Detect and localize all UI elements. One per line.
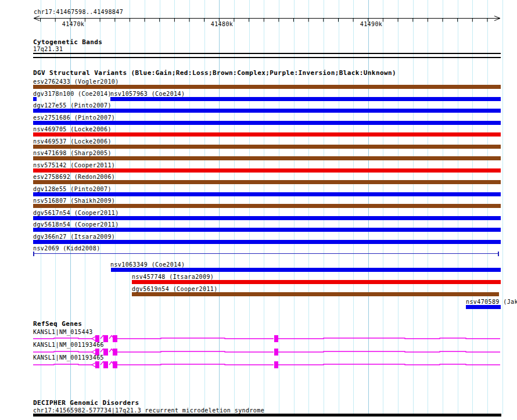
- variant-label[interactable]: nsv1063349 (Coe2014): [110, 261, 185, 268]
- decipher-feature-label[interactable]: chr17:41565982-577734|17q21.3 recurrent …: [33, 407, 264, 414]
- variant-label[interactable]: dgv5619n54 (Cooper2011): [132, 286, 218, 292]
- variant-label[interactable]: nsv469537 (Locke2006): [33, 138, 112, 145]
- decipher-feature-bar[interactable]: [33, 414, 501, 417]
- section-title-cytobands: Cytogenetic Bands: [33, 39, 102, 46]
- grid-line-minor: [502, 0, 503, 414]
- variant-label[interactable]: nsv516807 (Shaikh2009): [33, 198, 115, 204]
- variant-bar[interactable]: [33, 121, 501, 125]
- variant-label[interactable]: dgv366n27 (Itsara2009): [33, 234, 115, 240]
- variant-label[interactable]: nsv575142 (Cooper2011): [33, 162, 115, 168]
- variant-bar[interactable]: [110, 97, 501, 101]
- cytoband-box[interactable]: [33, 53, 501, 58]
- variant-label[interactable]: esv2751686 (Pinto2007): [33, 114, 115, 121]
- variant-bar[interactable]: [466, 305, 501, 309]
- variant-bar[interactable]: [33, 204, 501, 208]
- variant-label[interactable]: dgv128e55 (Pinto2007): [33, 186, 112, 192]
- variant-bar[interactable]: [33, 145, 501, 149]
- variant-bar[interactable]: [33, 168, 501, 173]
- variant-bar[interactable]: [33, 132, 501, 137]
- variant-bar[interactable]: [111, 268, 501, 272]
- ruler-tick-label: 41480k: [211, 21, 234, 27]
- variant-label[interactable]: dgv127e55 (Pinto2007): [33, 102, 112, 109]
- variant-label[interactable]: nsv2069 (Kidd2008): [33, 245, 100, 252]
- variant-bar[interactable]: [33, 192, 501, 196]
- variant-bar[interactable]: [33, 85, 501, 89]
- variant-label[interactable]: nsv1057963 (Coe2014): [110, 91, 185, 97]
- gene-glyph[interactable]: [33, 360, 501, 370]
- variant-bar[interactable]: [33, 240, 501, 244]
- variant-bar[interactable]: [33, 216, 501, 220]
- variant-label[interactable]: nsv471698 (Sharp2005): [33, 150, 112, 156]
- genome-browser-view: { "region": { "label": "chr17:41467598..…: [0, 0, 517, 420]
- variant-bar[interactable]: [132, 292, 499, 296]
- variant-label[interactable]: nsv469705 (Locke2006): [33, 126, 112, 132]
- cytoband-label[interactable]: 17q21.31: [33, 46, 63, 52]
- variant-label[interactable]: dgv5617n54 (Cooper2011): [33, 210, 119, 216]
- variant-label[interactable]: esv2762433 (Vogler2010): [33, 78, 119, 85]
- section-title-refseq: RefSeq Genes: [33, 321, 82, 328]
- variant-bar[interactable]: [33, 156, 501, 160]
- variant-bar[interactable]: [132, 280, 501, 284]
- variant-label[interactable]: dgv3178n100 (Coe2014): [33, 91, 112, 97]
- variant-bar[interactable]: [33, 109, 501, 113]
- range-right-tick: [498, 252, 499, 256]
- variant-label[interactable]: dgv5618n54 (Cooper2011): [33, 221, 119, 228]
- variant-label[interactable]: nsv470589 (Jako: [466, 299, 517, 305]
- ruler-tick-label: 41490k: [360, 21, 383, 27]
- variant-bar[interactable]: [33, 228, 501, 232]
- section-title-decipher: DECIPHER Genomic Disorders: [33, 400, 139, 407]
- range-left-tick: [33, 252, 34, 256]
- variant-label[interactable]: esv2758692 (Redon2006): [33, 174, 115, 180]
- section-title-dgv: DGV Structural Variants (Blue:Gain;Red:L…: [33, 70, 396, 77]
- variant-bar[interactable]: [33, 97, 37, 101]
- variant-range[interactable]: [33, 252, 499, 256]
- variant-bar[interactable]: [33, 180, 501, 184]
- variant-label[interactable]: nsv457748 (Itsara2009): [132, 274, 214, 280]
- ruler-tick-label: 41470k: [62, 21, 85, 27]
- range-center-line: [33, 253, 499, 254]
